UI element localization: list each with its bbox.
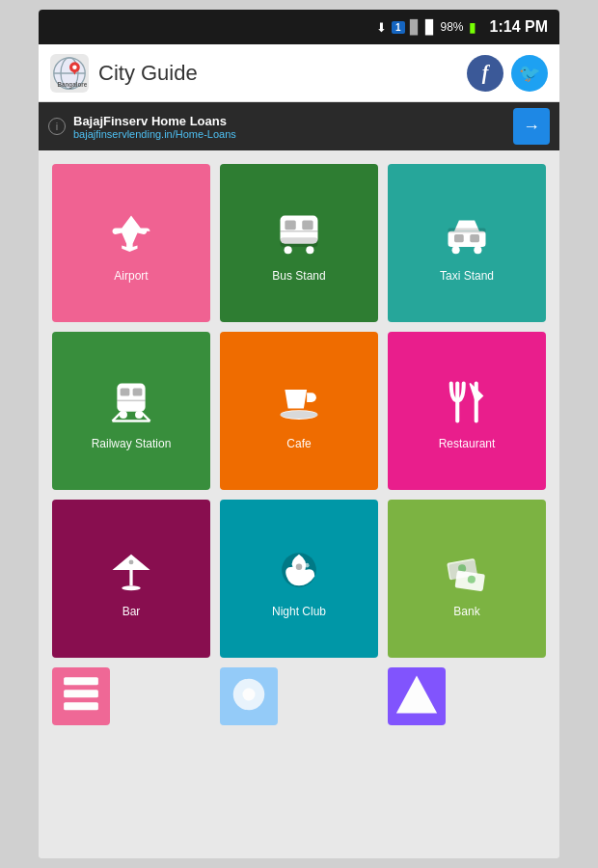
signal-icon-1: ▊ xyxy=(410,19,421,35)
battery-text: 98% xyxy=(441,20,464,34)
grid-item-partial-3[interactable] xyxy=(388,667,446,725)
svg-rect-11 xyxy=(302,220,313,230)
app-title: City Guide xyxy=(98,61,467,86)
grid-item-partial-1[interactable] xyxy=(52,667,110,725)
cafe-icon xyxy=(274,375,324,429)
svg-point-18 xyxy=(452,246,460,254)
status-time: 1:14 PM xyxy=(490,18,548,36)
svg-point-31 xyxy=(281,411,318,419)
grid-item-bank[interactable]: Bank xyxy=(388,500,546,658)
ad-title: BajajFinserv Home Loans xyxy=(73,114,513,128)
phone-frame: ⬇ 1 ▊ ▊ 98% ▮ 1:14 PM Bangalore xyxy=(39,10,559,858)
svg-rect-21 xyxy=(117,384,145,412)
svg-point-40 xyxy=(293,562,296,565)
grid-item-bar[interactable]: Bar xyxy=(52,500,210,658)
battery-icon: ▮ xyxy=(469,19,476,35)
category-grid: Airport Bus Stand Taxi Stand xyxy=(52,164,546,725)
svg-rect-17 xyxy=(470,234,479,242)
sim-badge: 1 xyxy=(392,21,405,34)
svg-rect-48 xyxy=(64,690,98,697)
download-icon: ⬇ xyxy=(376,20,387,35)
svg-rect-20 xyxy=(448,229,486,233)
taxi-stand-label: Taxi Stand xyxy=(440,269,494,283)
svg-rect-9 xyxy=(281,237,318,247)
night-club-label: Night Club xyxy=(272,605,326,618)
partial1-icon xyxy=(56,675,106,714)
twitter-icon: 🐦 xyxy=(519,63,540,84)
bank-icon xyxy=(442,543,492,597)
svg-text:Bangalore: Bangalore xyxy=(57,81,87,89)
bar-icon xyxy=(106,543,156,597)
main-grid-container: Airport Bus Stand Taxi Stand xyxy=(39,150,559,858)
svg-rect-16 xyxy=(454,234,464,242)
airport-icon xyxy=(106,207,156,261)
restaurant-label: Restaurant xyxy=(439,437,496,450)
grid-item-airport[interactable]: Airport xyxy=(52,164,210,322)
twitter-button[interactable]: 🐦 xyxy=(511,55,548,92)
status-icons: ⬇ 1 ▊ ▊ 98% ▮ xyxy=(376,19,476,35)
ad-url: bajajfinservlending.in/Home-Loans xyxy=(73,128,513,140)
svg-rect-22 xyxy=(121,388,130,395)
app-logo: Bangalore xyxy=(50,54,89,93)
restaurant-icon xyxy=(442,375,492,429)
partial3-icon xyxy=(392,675,442,714)
taxi-icon xyxy=(442,207,492,261)
status-bar: ⬇ 1 ▊ ▊ 98% ▮ 1:14 PM xyxy=(39,10,559,44)
svg-rect-47 xyxy=(64,677,98,685)
grid-item-railway-station[interactable]: Railway Station xyxy=(52,332,210,490)
ad-banner[interactable]: i BajajFinserv Home Loans bajajfinservle… xyxy=(39,102,559,150)
bus-stand-label: Bus Stand xyxy=(272,269,325,283)
cafe-label: Cafe xyxy=(286,437,311,450)
svg-marker-52 xyxy=(396,676,437,714)
logo-icon: Bangalore xyxy=(52,56,87,91)
svg-rect-23 xyxy=(133,388,143,395)
svg-rect-49 xyxy=(64,702,98,710)
airport-label: Airport xyxy=(114,269,148,283)
svg-point-13 xyxy=(285,246,292,254)
ad-arrow-button[interactable]: → xyxy=(513,108,550,145)
grid-item-restaurant[interactable]: Restaurant xyxy=(388,332,546,490)
bus-icon xyxy=(274,207,324,261)
train-icon xyxy=(106,375,156,429)
grid-item-taxi-stand[interactable]: Taxi Stand xyxy=(388,164,546,322)
svg-point-51 xyxy=(243,689,256,701)
bank-label: Bank xyxy=(453,605,479,618)
signal-icon-2: ▊ xyxy=(425,19,436,35)
railway-station-label: Railway Station xyxy=(92,437,172,450)
grid-item-cafe[interactable]: Cafe xyxy=(220,332,378,490)
social-icons: f 🐦 xyxy=(467,55,548,92)
svg-point-41 xyxy=(305,563,310,568)
svg-rect-15 xyxy=(448,231,486,247)
svg-rect-10 xyxy=(285,220,295,230)
svg-point-36 xyxy=(122,585,141,590)
svg-point-14 xyxy=(306,246,313,254)
grid-item-bus-stand[interactable]: Bus Stand xyxy=(220,164,378,322)
bar-label: Bar xyxy=(122,605,141,618)
partial2-icon xyxy=(224,675,274,714)
svg-point-37 xyxy=(129,559,134,564)
svg-point-6 xyxy=(72,65,77,69)
svg-point-19 xyxy=(474,246,481,254)
svg-point-39 xyxy=(296,564,303,571)
grid-item-partial-2[interactable] xyxy=(220,667,278,725)
facebook-button[interactable]: f xyxy=(467,55,503,92)
app-header: Bangalore City Guide f 🐦 xyxy=(39,44,559,102)
grid-item-night-club[interactable]: Night Club xyxy=(220,500,378,658)
ad-info-icon: i xyxy=(48,118,66,135)
nightclub-icon xyxy=(274,543,324,597)
ad-text: BajajFinserv Home Loans bajajfinservlend… xyxy=(73,114,513,140)
